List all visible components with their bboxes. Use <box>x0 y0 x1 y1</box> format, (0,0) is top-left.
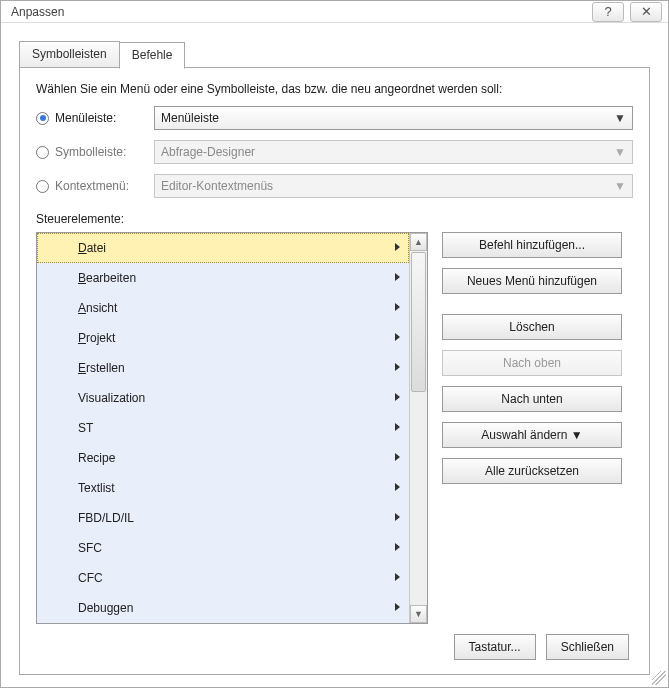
submenu-arrow-icon <box>395 393 400 401</box>
option-toolbar-label-wrap[interactable]: Symbolleiste: <box>36 145 146 159</box>
intro-text: Wählen Sie ein Menü oder eine Symbolleis… <box>36 82 633 96</box>
submenu-arrow-icon <box>395 573 400 581</box>
list-item[interactable]: Textlist <box>37 473 409 503</box>
scrollbar[interactable]: ▲ ▼ <box>409 233 427 623</box>
action-buttons: Befehl hinzufügen... Neues Menü hinzufüg… <box>442 232 622 624</box>
commands-panel: Wählen Sie ein Menü oder eine Symbolleis… <box>19 67 650 675</box>
tab-toolbars[interactable]: Symbolleisten <box>19 41 120 68</box>
scroll-thumb[interactable] <box>411 252 426 392</box>
window-title: Anpassen <box>11 5 586 19</box>
list-item-label: Bearbeiten <box>78 271 136 285</box>
option-context-row: Kontextmenü: Editor-Kontextmenüs ▼ <box>36 174 633 198</box>
list-item-label: Recipe <box>78 451 115 465</box>
combo-menubar-value: Menüleiste <box>161 111 219 125</box>
combo-menubar[interactable]: Menüleiste ▼ <box>154 106 633 130</box>
option-menubar-label: Menüleiste: <box>55 111 116 125</box>
list-item[interactable]: CFC <box>37 563 409 593</box>
list-item[interactable]: Projekt <box>37 323 409 353</box>
list-item-label: ST <box>78 421 93 435</box>
radio-menubar[interactable] <box>36 112 49 125</box>
content: Symbolleisten Befehle Wählen Sie ein Men… <box>1 23 668 687</box>
submenu-arrow-icon <box>395 333 400 341</box>
list-item-label: Erstellen <box>78 361 125 375</box>
list-item[interactable]: Ansicht <box>37 293 409 323</box>
option-toolbar-label: Symbolleiste: <box>55 145 126 159</box>
submenu-arrow-icon <box>395 243 400 251</box>
submenu-arrow-icon <box>395 423 400 431</box>
radio-context[interactable] <box>36 180 49 193</box>
resize-grip[interactable] <box>652 671 666 685</box>
list-item-label: Visualization <box>78 391 145 405</box>
option-context-label-wrap[interactable]: Kontextmenü: <box>36 179 146 193</box>
option-menubar-label-wrap[interactable]: Menüleiste: <box>36 111 146 125</box>
move-up-button: Nach oben <box>442 350 622 376</box>
dialog-footer: Tastatur... Schließen <box>36 624 633 660</box>
list-item[interactable]: SFC <box>37 533 409 563</box>
titlebar: Anpassen ? ✕ <box>1 1 668 23</box>
add-menu-button[interactable]: Neues Menü hinzufügen <box>442 268 622 294</box>
list-item-label: Projekt <box>78 331 115 345</box>
submenu-arrow-icon <box>395 273 400 281</box>
combo-context-value: Editor-Kontextmenüs <box>161 179 273 193</box>
delete-button[interactable]: Löschen <box>442 314 622 340</box>
submenu-arrow-icon <box>395 453 400 461</box>
submenu-arrow-icon <box>395 483 400 491</box>
combo-toolbar-value: Abfrage-Designer <box>161 145 255 159</box>
chevron-down-icon: ▼ <box>612 110 628 126</box>
list-item-label: FBD/LD/IL <box>78 511 134 525</box>
chevron-down-icon: ▼ <box>612 178 628 194</box>
list-item-label: SFC <box>78 541 102 555</box>
close-button[interactable]: Schließen <box>546 634 629 660</box>
move-down-button[interactable]: Nach unten <box>442 386 622 412</box>
tab-commands[interactable]: Befehle <box>119 42 186 69</box>
list-item[interactable]: Bearbeiten <box>37 263 409 293</box>
list-item-label: Datei <box>78 241 106 255</box>
list-item[interactable]: Recipe <box>37 443 409 473</box>
submenu-arrow-icon <box>395 363 400 371</box>
controls-listbox[interactable]: DateiBearbeitenAnsichtProjektErstellenVi… <box>36 232 428 624</box>
add-command-button[interactable]: Befehl hinzufügen... <box>442 232 622 258</box>
tabstrip: Symbolleisten Befehle <box>19 41 650 68</box>
list-item[interactable]: Visualization <box>37 383 409 413</box>
help-button[interactable]: ? <box>592 2 624 22</box>
submenu-arrow-icon <box>395 513 400 521</box>
list-item-label: Ansicht <box>78 301 117 315</box>
submenu-arrow-icon <box>395 303 400 311</box>
list-item[interactable]: Datei <box>37 233 409 263</box>
list-item-label: Textlist <box>78 481 115 495</box>
keyboard-button[interactable]: Tastatur... <box>454 634 536 660</box>
change-selection-button[interactable]: Auswahl ändern ▼ <box>442 422 622 448</box>
scroll-down-button[interactable]: ▼ <box>410 605 427 623</box>
reset-all-button[interactable]: Alle zurücksetzen <box>442 458 622 484</box>
combo-toolbar: Abfrage-Designer ▼ <box>154 140 633 164</box>
combo-context: Editor-Kontextmenüs ▼ <box>154 174 633 198</box>
chevron-down-icon: ▼ <box>612 144 628 160</box>
customize-dialog: Anpassen ? ✕ Symbolleisten Befehle Wähle… <box>0 0 669 688</box>
list-item[interactable]: FBD/LD/IL <box>37 503 409 533</box>
submenu-arrow-icon <box>395 543 400 551</box>
radio-toolbar[interactable] <box>36 146 49 159</box>
work-area: DateiBearbeitenAnsichtProjektErstellenVi… <box>36 232 633 624</box>
option-menubar-row: Menüleiste: Menüleiste ▼ <box>36 106 633 130</box>
list-item[interactable]: Debuggen <box>37 593 409 623</box>
option-toolbar-row: Symbolleiste: Abfrage-Designer ▼ <box>36 140 633 164</box>
list-item-label: Debuggen <box>78 601 133 615</box>
controls-label: Steuerelemente: <box>36 212 633 226</box>
submenu-arrow-icon <box>395 603 400 611</box>
list-item-label: CFC <box>78 571 103 585</box>
controls-list-inner: DateiBearbeitenAnsichtProjektErstellenVi… <box>37 233 409 623</box>
scroll-up-button[interactable]: ▲ <box>410 233 427 251</box>
option-context-label: Kontextmenü: <box>55 179 129 193</box>
list-item[interactable]: Erstellen <box>37 353 409 383</box>
list-item[interactable]: ST <box>37 413 409 443</box>
close-window-button[interactable]: ✕ <box>630 2 662 22</box>
